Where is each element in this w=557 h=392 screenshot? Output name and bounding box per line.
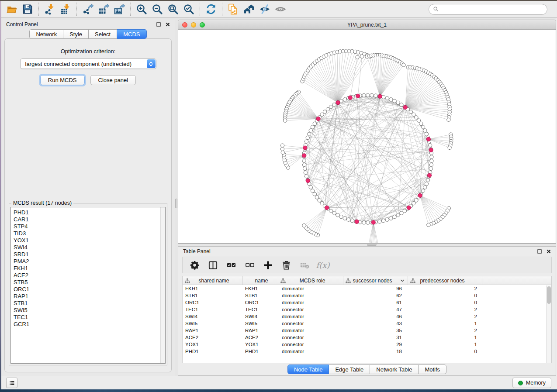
result-list-scrollbar[interactable] bbox=[160, 207, 165, 363]
table-row[interactable]: PHD1PHD1dominator180 bbox=[183, 348, 551, 355]
window-zoom-traffic-icon[interactable] bbox=[200, 22, 205, 28]
show-columns-icon bbox=[208, 260, 218, 270]
mcds-result-item[interactable]: SWI4 bbox=[14, 244, 165, 251]
mcds-result-item[interactable]: ACE2 bbox=[14, 272, 165, 279]
table-row[interactable]: FKH1FKH1dominator962 bbox=[183, 285, 551, 292]
mcds-result-item[interactable]: YOX1 bbox=[14, 237, 165, 244]
table-tab-motifs[interactable]: Motifs bbox=[419, 364, 446, 374]
table-cell: 2 bbox=[408, 328, 482, 333]
column-header-name[interactable]: name bbox=[243, 276, 278, 285]
splitter-handle[interactable] bbox=[367, 244, 377, 246]
close-panel-icon[interactable] bbox=[547, 249, 551, 254]
export-image-button[interactable] bbox=[111, 2, 127, 16]
zoom-selected-button[interactable] bbox=[181, 2, 197, 16]
mcds-result-item[interactable]: RAP1 bbox=[14, 293, 165, 300]
tab-network[interactable]: Network bbox=[29, 29, 63, 39]
select-all-columns-button[interactable] bbox=[225, 259, 237, 271]
mcds-result-item[interactable]: PHD1 bbox=[14, 209, 165, 216]
close-panel-icon[interactable] bbox=[166, 22, 170, 27]
table-row[interactable]: RAP1RAP1dominator352 bbox=[183, 327, 551, 334]
mcds-result-item[interactable]: TID3 bbox=[14, 230, 165, 237]
mcds-result-item[interactable]: GCR1 bbox=[14, 321, 165, 328]
table-row[interactable]: SWI5SWI5connector431 bbox=[183, 320, 551, 327]
table-scrollbar[interactable] bbox=[546, 285, 551, 363]
hide-selection-button[interactable] bbox=[257, 2, 273, 16]
search-input[interactable] bbox=[441, 6, 543, 12]
splitter-handle[interactable] bbox=[175, 199, 177, 208]
table-cell: 61 bbox=[343, 300, 408, 305]
network-canvas[interactable] bbox=[178, 30, 556, 243]
task-history-button[interactable] bbox=[6, 378, 17, 388]
memory-button[interactable]: Memory bbox=[512, 378, 551, 388]
first-neighbors-button[interactable] bbox=[241, 2, 257, 16]
table-tab-node-table[interactable]: Node Table bbox=[287, 364, 329, 374]
float-panel-icon[interactable] bbox=[156, 22, 161, 27]
mcds-result-item[interactable]: CAR1 bbox=[14, 216, 165, 223]
network-window-titlebar[interactable]: YPA_prune.txt_1 bbox=[178, 20, 556, 30]
search-box[interactable] bbox=[429, 4, 547, 15]
mcds-result-item[interactable]: FKH1 bbox=[14, 265, 165, 272]
zoom-out-button[interactable] bbox=[149, 2, 165, 16]
apply-layout-button[interactable] bbox=[203, 2, 219, 16]
run-mcds-button[interactable]: Run MCDS bbox=[40, 75, 85, 85]
tab-select[interactable]: Select bbox=[89, 29, 117, 39]
toolbar-separator bbox=[200, 3, 200, 16]
control-panel: Control Panel NetworkStyleSelectMCDS Opt… bbox=[1, 20, 175, 376]
create-column-button[interactable] bbox=[262, 259, 274, 271]
mcds-result-item[interactable]: TEC1 bbox=[14, 314, 165, 321]
table-row[interactable]: ACE2ACE2connector311 bbox=[183, 334, 551, 341]
zoom-in-button[interactable] bbox=[134, 2, 149, 16]
tab-style[interactable]: Style bbox=[63, 29, 89, 39]
delete-columns-button[interactable] bbox=[280, 259, 292, 271]
scrollbar-thumb[interactable] bbox=[547, 286, 551, 304]
mcds-result-item[interactable]: SRD1 bbox=[14, 251, 165, 258]
control-panel-tabs: NetworkStyleSelectMCDS bbox=[1, 29, 175, 39]
toolbar bbox=[1, 1, 557, 18]
mcds-result-item[interactable]: SWI5 bbox=[14, 307, 165, 314]
table-cell: connector bbox=[278, 321, 343, 326]
open-file-button[interactable] bbox=[4, 2, 20, 16]
export-network-button[interactable] bbox=[80, 2, 96, 16]
table-cell: 2 bbox=[408, 286, 482, 291]
table-row[interactable]: SWI4SWI4dominator462 bbox=[183, 313, 551, 320]
show-columns-button[interactable] bbox=[207, 259, 219, 271]
mcds-result-item[interactable]: STP4 bbox=[14, 223, 165, 230]
new-network-from-selection-button[interactable] bbox=[225, 2, 241, 16]
zoom-fit-button[interactable] bbox=[165, 2, 181, 16]
control-panel-title: Control Panel bbox=[6, 21, 38, 28]
close-panel-button[interactable]: Close panel bbox=[90, 75, 136, 85]
table-cell: 1 bbox=[408, 335, 482, 340]
table-tab-network-table[interactable]: Network Table bbox=[370, 364, 419, 374]
column-header-mcds-role[interactable]: MCDS role bbox=[278, 276, 343, 285]
criterion-select[interactable]: largest connected component (undirected) bbox=[20, 58, 156, 69]
table-row[interactable]: TEC1TEC1connector472 bbox=[183, 306, 551, 313]
table-row[interactable]: ORC1ORC1dominator610 bbox=[183, 299, 551, 306]
save-session-button[interactable] bbox=[20, 2, 35, 16]
horizontal-splitter[interactable] bbox=[178, 244, 556, 246]
gear-button[interactable] bbox=[188, 259, 201, 271]
memory-label: Memory bbox=[526, 380, 546, 386]
mcds-result-item[interactable]: STB1 bbox=[14, 300, 165, 307]
import-network-button[interactable] bbox=[42, 2, 58, 16]
import-table-button[interactable] bbox=[58, 2, 73, 16]
mcds-result-item[interactable]: ORC1 bbox=[14, 286, 165, 293]
window-close-traffic-icon[interactable] bbox=[182, 22, 187, 28]
table-tab-edge-table[interactable]: Edge Table bbox=[329, 364, 370, 374]
float-panel-icon[interactable] bbox=[537, 249, 542, 254]
table-row[interactable]: STB1STB1dominator620 bbox=[183, 292, 551, 299]
table-cell: dominator bbox=[278, 300, 343, 305]
table-cell: dominator bbox=[278, 349, 343, 354]
mcds-result-item[interactable]: PMA2 bbox=[14, 258, 165, 265]
tab-mcds[interactable]: MCDS bbox=[117, 29, 146, 39]
mcds-result-item[interactable]: STB5 bbox=[14, 279, 165, 286]
show-all-button[interactable] bbox=[273, 2, 288, 16]
export-table-button[interactable] bbox=[96, 2, 111, 16]
vertical-splitter[interactable] bbox=[175, 20, 178, 376]
window-minimize-traffic-icon[interactable] bbox=[191, 22, 196, 28]
column-header-shared-name[interactable]: shared name bbox=[183, 276, 243, 285]
column-header-successor-nodes[interactable]: successor nodes bbox=[343, 276, 408, 285]
unselect-all-columns-button[interactable] bbox=[243, 259, 256, 271]
column-header-predecessor-nodes[interactable]: predecessor nodes bbox=[408, 276, 482, 285]
table-row[interactable]: YOX1YOX1connector291 bbox=[183, 341, 551, 348]
import-table-icon bbox=[60, 3, 71, 15]
